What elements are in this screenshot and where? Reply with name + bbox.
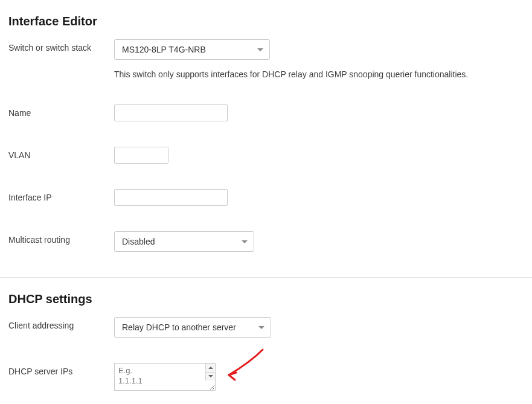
stepper-up-button[interactable] (205, 364, 215, 373)
vlan-input[interactable] (114, 147, 168, 164)
dhcp-server-ips-input[interactable] (114, 363, 216, 391)
chevron-down-icon (257, 48, 263, 51)
multicast-routing-label: Multicast routing (8, 231, 114, 245)
arrow-annotation-icon (222, 346, 270, 394)
client-addressing-select[interactable]: Relay DHCP to another server (114, 317, 271, 338)
chevron-down-icon (258, 326, 264, 329)
client-addressing-label: Client addressing (8, 317, 114, 330)
switch-select[interactable]: MS120-8LP T4G-NRB (114, 39, 270, 60)
multicast-routing-value: Disabled (122, 237, 155, 246)
interface-editor-title: Interface Editor (8, 14, 524, 28)
switch-helper-text: This switch only supports interfaces for… (114, 69, 524, 79)
chevron-up-icon (208, 367, 213, 369)
stepper-down-button[interactable] (205, 373, 215, 381)
switch-label: Switch or switch stack (8, 39, 114, 53)
switch-select-value: MS120-8LP T4G-NRB (122, 45, 206, 54)
interface-ip-label: Interface IP (8, 189, 114, 202)
name-input[interactable] (114, 104, 228, 121)
client-addressing-value: Relay DHCP to another server (122, 322, 236, 332)
interface-ip-input[interactable] (114, 189, 228, 206)
section-divider (0, 277, 532, 278)
chevron-down-icon (242, 240, 248, 243)
name-label: Name (8, 104, 114, 118)
dhcp-settings-title: DHCP settings (8, 292, 524, 306)
dhcp-server-ips-label: DHCP server IPs (8, 363, 114, 376)
chevron-down-icon (208, 375, 213, 377)
vlan-label: VLAN (8, 147, 114, 160)
multicast-routing-select[interactable]: Disabled (114, 231, 254, 252)
